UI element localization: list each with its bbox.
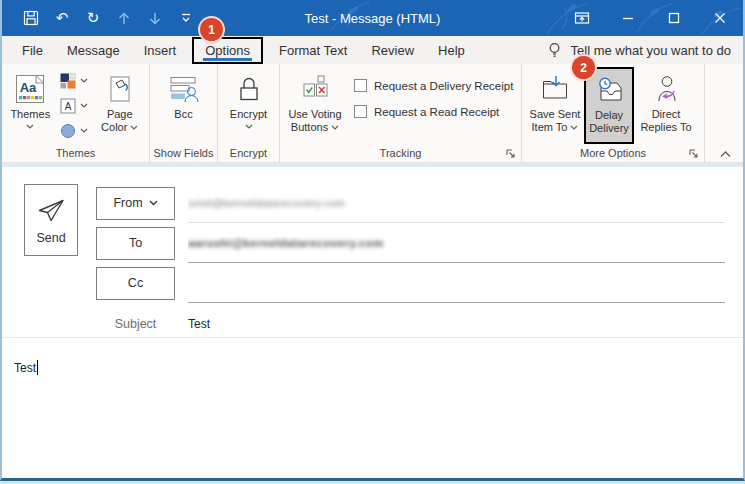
customize-qat-icon[interactable] xyxy=(177,8,195,28)
cc-button[interactable]: Cc xyxy=(96,267,175,300)
close-icon[interactable] xyxy=(697,0,743,36)
tab-help[interactable]: Help xyxy=(426,36,477,64)
collapse-ribbon-icon[interactable] xyxy=(719,150,732,158)
titlebar: ↶ ↻ Test - Message (HTML) xyxy=(2,0,743,36)
from-button[interactable]: From xyxy=(96,187,175,220)
theme-fonts-icon: A xyxy=(60,98,76,114)
tab-file[interactable]: File xyxy=(10,36,55,64)
to-button[interactable]: To xyxy=(96,227,175,260)
to-field[interactable]: aarushi@kerneldatarecovery.com xyxy=(188,223,725,263)
undo-icon[interactable]: ↶ xyxy=(53,8,71,28)
from-field[interactable]: sristi@kerneldatarecovery.com xyxy=(188,183,725,223)
ribbon-group-encrypt: Encrypt Encrypt xyxy=(218,64,280,162)
ribbon-right-spacer xyxy=(705,64,743,162)
group-label-tracking: Tracking xyxy=(280,146,521,162)
to-row: To aarushi@kerneldatarecovery.com xyxy=(96,223,725,263)
ribbon-group-themes: Aa Themes xyxy=(2,64,150,162)
save-sent-item-to-button[interactable]: Save Sent Item To xyxy=(526,66,584,144)
ribbon-tab-row: File Message Insert Options Format Text … xyxy=(2,36,743,64)
group-label-show-fields: Show Fields xyxy=(150,146,217,162)
encrypt-button[interactable]: Encrypt xyxy=(222,66,275,144)
tracking-checkboxes: Request a Delivery Receipt Request a Rea… xyxy=(354,66,513,146)
theme-variant-buttons: A xyxy=(60,66,95,146)
address-fields: From sristi@kerneldatarecovery.com To aa… xyxy=(96,167,725,337)
chevron-down-icon xyxy=(331,125,339,130)
move-up-icon[interactable] xyxy=(115,8,133,28)
save-icon[interactable] xyxy=(22,8,40,28)
bcc-icon xyxy=(169,70,199,108)
ribbon-group-show-fields: Bcc Show Fields xyxy=(150,64,218,162)
theme-colors-icon xyxy=(60,73,76,89)
theme-colors-button[interactable] xyxy=(60,70,95,91)
chevron-down-icon xyxy=(245,124,253,129)
move-down-icon[interactable] xyxy=(146,8,164,28)
delay-delivery-button[interactable]: Delay Delivery xyxy=(584,67,634,144)
theme-fonts-button[interactable]: A xyxy=(60,95,95,116)
outlook-message-window: ↶ ↻ Test - Message (HTML) xyxy=(0,0,745,481)
selected-tab-underline xyxy=(203,58,252,61)
subject-label: Subject xyxy=(96,317,175,331)
tab-format-text[interactable]: Format Text xyxy=(267,36,359,64)
direct-replies-to-button[interactable]: Direct Replies To xyxy=(634,66,698,144)
bcc-button[interactable]: Bcc xyxy=(155,66,213,144)
chevron-down-icon xyxy=(80,78,88,83)
voting-buttons-icon xyxy=(301,70,329,108)
send-icon xyxy=(36,196,66,222)
annotation-step-2-badge: 2 xyxy=(572,56,595,79)
chevron-down-icon xyxy=(149,200,158,206)
more-options-dialog-launcher-icon[interactable] xyxy=(688,148,699,159)
checkbox-icon xyxy=(354,79,367,92)
tab-message[interactable]: Message xyxy=(55,36,132,64)
ribbon-display-options-icon[interactable] xyxy=(559,0,605,36)
chevron-down-icon xyxy=(80,103,88,108)
tell-me-box[interactable]: Tell me what you want to do xyxy=(547,42,743,59)
tab-review[interactable]: Review xyxy=(359,36,426,64)
page-color-icon xyxy=(106,70,134,108)
text-cursor xyxy=(37,360,38,375)
themes-button[interactable]: Aa Themes xyxy=(6,66,55,144)
annotation-step-1-badge: 1 xyxy=(200,18,223,41)
subject-field[interactable]: Test xyxy=(188,317,210,331)
save-sent-folder-icon xyxy=(541,70,569,108)
maximize-icon[interactable] xyxy=(651,0,697,36)
svg-text:Aa: Aa xyxy=(20,80,37,95)
themes-icon: Aa xyxy=(14,70,46,108)
page-color-button[interactable]: Page Color xyxy=(95,66,146,144)
tab-insert[interactable]: Insert xyxy=(132,36,189,64)
minimize-icon[interactable] xyxy=(605,0,651,36)
quick-access-toolbar: ↶ ↻ xyxy=(2,8,195,28)
lock-icon xyxy=(237,70,261,108)
message-header: Send From sristi@kerneldatarecovery.com … xyxy=(2,167,743,337)
ribbon: Aa Themes xyxy=(2,64,743,163)
from-row: From sristi@kerneldatarecovery.com xyxy=(96,183,725,223)
request-read-receipt-checkbox[interactable]: Request a Read Receipt xyxy=(354,105,513,118)
chevron-down-icon xyxy=(570,125,578,130)
subject-row: Subject Test xyxy=(96,311,725,337)
group-label-themes: Themes xyxy=(2,146,149,162)
svg-text:A: A xyxy=(64,101,71,112)
cc-row: Cc xyxy=(96,263,725,303)
chevron-down-icon xyxy=(80,128,88,133)
checkbox-icon xyxy=(354,105,367,118)
direct-replies-icon xyxy=(653,70,679,108)
theme-effects-button[interactable] xyxy=(60,120,95,141)
chevron-down-icon xyxy=(130,125,138,130)
send-button[interactable]: Send xyxy=(24,184,78,256)
lightbulb-icon xyxy=(547,42,562,59)
redo-icon[interactable]: ↻ xyxy=(84,8,102,28)
group-label-more-options: More Options xyxy=(522,146,704,162)
tab-options[interactable]: Options xyxy=(192,37,263,64)
ribbon-group-more-options: Save Sent Item To xyxy=(522,64,705,162)
window-controls xyxy=(559,0,743,36)
to-address-redacted: aarushi@kerneldatarecovery.com xyxy=(188,237,384,249)
ribbon-group-tracking: Use Voting Buttons Request a Delivery Re… xyxy=(280,64,522,162)
cc-field[interactable] xyxy=(188,263,725,303)
message-body-editor[interactable]: Test xyxy=(2,337,743,478)
from-address-redacted: sristi@kerneldatarecovery.com xyxy=(188,197,345,209)
tracking-dialog-launcher-icon[interactable] xyxy=(505,148,516,159)
message-body-text: Test xyxy=(14,361,36,375)
chevron-down-icon xyxy=(26,124,34,129)
group-label-encrypt: Encrypt xyxy=(218,146,279,162)
use-voting-buttons-button[interactable]: Use Voting Buttons xyxy=(284,66,346,144)
request-delivery-receipt-checkbox[interactable]: Request a Delivery Receipt xyxy=(354,79,513,92)
